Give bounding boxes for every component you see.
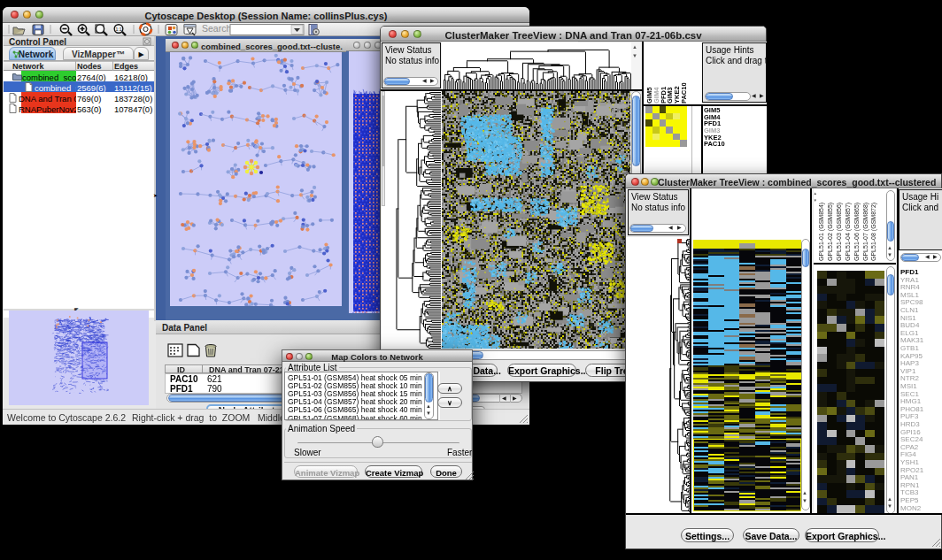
svg-text:Search:: Search: <box>202 23 234 34</box>
svg-text:1:1: 1:1 <box>116 27 122 32</box>
